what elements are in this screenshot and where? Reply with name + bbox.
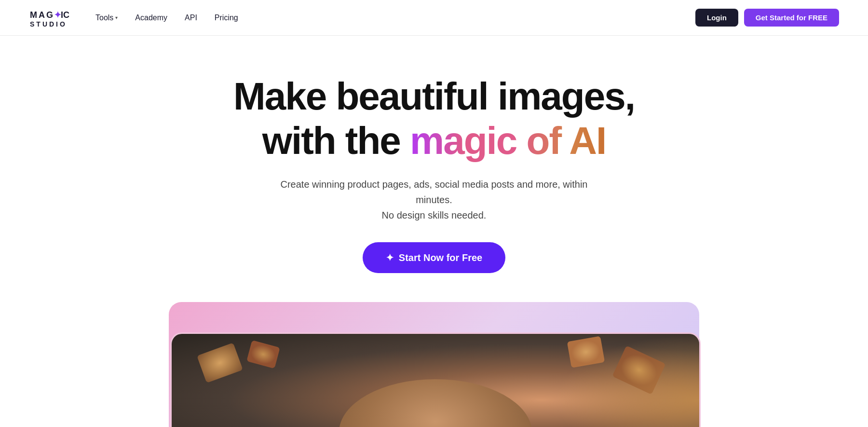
svg-text:✦: ✦	[54, 10, 61, 20]
logo[interactable]: MAG ✦ IC STUDIO	[29, 7, 72, 28]
burger-visual	[172, 334, 699, 427]
nav-tools[interactable]: Tools ▾	[95, 14, 118, 22]
svg-text:IC: IC	[61, 10, 69, 20]
hero-of-word: of	[516, 119, 569, 162]
navbar-left: MAG ✦ IC STUDIO Tools ▾ Academy API Pric…	[29, 7, 238, 28]
tools-dropdown-icon: ▾	[115, 15, 118, 20]
login-button[interactable]: Login	[695, 9, 738, 27]
nav-api[interactable]: API	[185, 14, 197, 22]
hero-magic-word: magic	[410, 119, 516, 162]
start-now-button[interactable]: ✦ Start Now for Free	[363, 242, 505, 273]
hero-image-wrapper	[169, 302, 699, 427]
nav-links: Tools ▾ Academy API Pricing	[95, 14, 238, 22]
sparkle-icon: ✦	[386, 252, 394, 263]
burger-glow	[555, 334, 699, 427]
navbar-right: Login Get Started for FREE	[695, 9, 839, 27]
hero-section: Make beautiful images, with the magic of…	[0, 36, 868, 427]
get-started-button[interactable]: Get Started for FREE	[744, 9, 839, 27]
hero-ai-word: AI	[569, 119, 606, 162]
svg-text:MAG: MAG	[30, 10, 54, 20]
nav-pricing[interactable]: Pricing	[215, 14, 238, 22]
hero-subtitle: Create winning product pages, ads, socia…	[265, 177, 603, 223]
svg-text:STUDIO: STUDIO	[30, 20, 67, 28]
nav-academy[interactable]: Academy	[135, 14, 167, 22]
navbar: MAG ✦ IC STUDIO Tools ▾ Academy API Pric…	[0, 0, 868, 36]
hero-image	[170, 332, 701, 427]
hero-title: Make beautiful images, with the magic of…	[233, 74, 635, 163]
